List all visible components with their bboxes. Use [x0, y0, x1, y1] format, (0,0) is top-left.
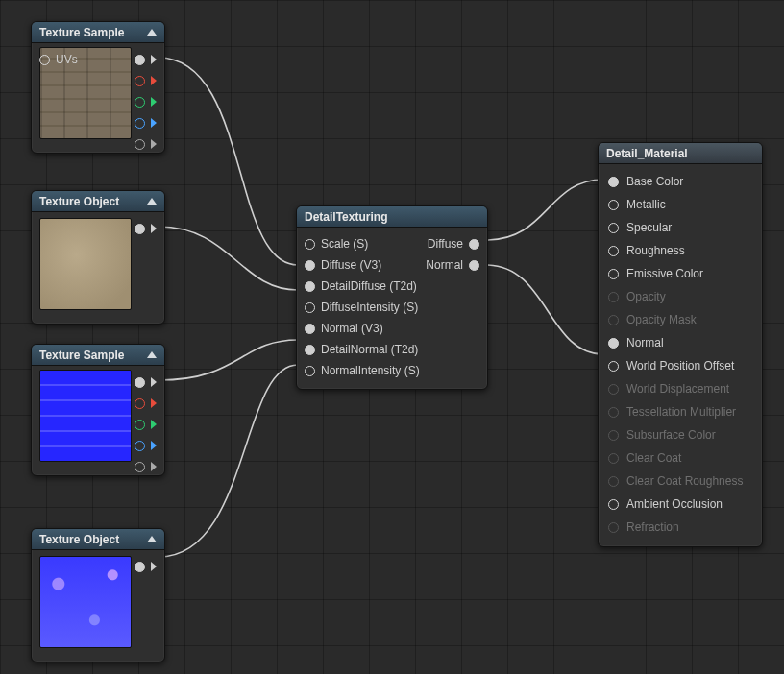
material-input-row: Ambient Occlusion — [599, 493, 762, 516]
pin-label: DetailDiffuse (T2d) — [321, 279, 417, 293]
output-pin-r[interactable] — [135, 398, 145, 409]
material-input-pin[interactable] — [608, 177, 619, 187]
output-pin-white[interactable] — [135, 377, 145, 388]
material-input-pin[interactable] — [608, 246, 619, 256]
material-pin-label: World Displacement — [626, 382, 729, 396]
pin-label: Normal (V3) — [321, 322, 383, 335]
arrow-icon — [151, 97, 157, 107]
output-pin-diffuse[interactable] — [469, 239, 479, 250]
collapse-icon[interactable] — [147, 198, 157, 205]
material-input-pin — [608, 453, 619, 464]
output-pin-normal[interactable] — [469, 260, 479, 271]
output-pin-white[interactable] — [135, 55, 145, 65]
input-pin[interactable] — [305, 324, 315, 334]
input-pin[interactable] — [305, 281, 315, 292]
material-pin-label: Base Color — [626, 175, 683, 188]
node-header[interactable]: Texture Sample — [32, 345, 164, 366]
material-input-pin — [608, 384, 619, 395]
collapse-icon[interactable] — [147, 351, 157, 358]
output-pin[interactable] — [135, 224, 145, 234]
material-pin-label: Clear Coat — [626, 451, 681, 465]
output-pin-a[interactable] — [135, 462, 145, 472]
input-pin[interactable] — [305, 260, 315, 271]
arrow-icon — [151, 118, 157, 128]
material-input-pin — [608, 430, 619, 441]
arrow-icon — [151, 420, 157, 429]
node-title: Detail_Material — [606, 147, 688, 160]
input-pin[interactable] — [305, 239, 315, 250]
pin-label: Scale (S) — [321, 237, 368, 251]
material-input-row: Clear Coat — [599, 446, 762, 469]
node-title: DetailTexturing — [305, 210, 387, 224]
node-header[interactable]: Texture Sample — [32, 22, 164, 43]
pin-label: DiffuseIntensity (S) — [321, 301, 418, 314]
material-input-pin[interactable] — [608, 338, 619, 349]
material-pin-label: Refraction — [626, 520, 679, 534]
material-input-row: World Displacement — [599, 377, 762, 400]
texture-preview-icon — [39, 218, 132, 310]
material-input-pin[interactable] — [608, 361, 619, 372]
output-pin-g[interactable] — [135, 420, 145, 430]
texture-preview-icon — [39, 370, 132, 462]
pin-label: UVs — [56, 53, 78, 66]
arrow-icon — [151, 76, 157, 85]
material-input-pin — [608, 292, 619, 302]
material-input-pin[interactable] — [608, 223, 619, 233]
material-input-pin — [608, 476, 619, 487]
node-header[interactable]: Texture Object — [32, 191, 164, 212]
arrow-icon — [151, 562, 157, 571]
output-pin-b[interactable] — [135, 118, 145, 129]
output-pin-r[interactable] — [135, 76, 145, 86]
material-pin-label: Metallic — [626, 198, 666, 211]
material-pin-label: Opacity Mask — [626, 313, 697, 326]
material-pin-label: Emissive Color — [626, 267, 703, 280]
material-input-row: Roughness — [599, 239, 762, 262]
material-input-row: Opacity Mask — [599, 308, 762, 331]
texture-preview-icon — [39, 556, 132, 648]
material-input-pin[interactable] — [608, 269, 619, 279]
arrow-icon — [151, 377, 157, 387]
input-pin[interactable] — [305, 302, 315, 313]
material-pin-label: Normal — [626, 336, 664, 349]
input-pin[interactable] — [305, 345, 315, 355]
pin-label: Diffuse (V3) — [321, 258, 381, 272]
node-texture-object-1[interactable]: Texture Object — [31, 190, 165, 325]
node-texture-object-2[interactable]: Texture Object — [31, 528, 165, 662]
input-pin-uvs[interactable] — [39, 55, 50, 65]
node-material-output[interactable]: Detail_Material Base ColorMetallicSpecul… — [598, 142, 763, 547]
collapse-icon[interactable] — [147, 29, 157, 36]
node-header[interactable]: Detail_Material — [599, 143, 762, 164]
pin-label: Normal — [426, 258, 463, 272]
output-pin-g[interactable] — [135, 97, 145, 108]
node-texture-sample-1[interactable]: Texture Sample UVs — [31, 21, 165, 154]
material-input-row: Specular — [599, 216, 762, 239]
node-texture-sample-2[interactable]: Texture Sample UVs — [31, 344, 165, 476]
node-title: Texture Sample — [39, 349, 124, 362]
material-input-pin — [608, 407, 619, 418]
node-title: Texture Sample — [39, 26, 124, 39]
node-title: Texture Object — [39, 533, 119, 546]
node-header[interactable]: Texture Object — [32, 529, 164, 550]
output-pin-a[interactable] — [135, 139, 145, 150]
arrow-icon — [151, 462, 157, 471]
material-pin-label: Clear Coat Roughness — [626, 474, 743, 488]
node-detail-texturing[interactable]: DetailTexturing Scale (S) Diffuse Diffus… — [296, 205, 488, 390]
output-pin[interactable] — [135, 562, 145, 572]
material-pin-label: Specular — [626, 221, 672, 234]
material-input-row: Refraction — [599, 516, 762, 539]
arrow-icon — [151, 441, 157, 450]
material-input-row: Metallic — [599, 193, 762, 216]
input-pin[interactable] — [305, 366, 315, 376]
material-input-pin[interactable] — [608, 200, 619, 210]
pin-label: NormalIntensity (S) — [321, 364, 420, 377]
material-input-row: Subsurface Color — [599, 423, 762, 446]
output-pin-b[interactable] — [135, 441, 145, 451]
arrow-icon — [151, 139, 157, 149]
arrow-icon — [151, 398, 157, 408]
node-title: Texture Object — [39, 195, 119, 208]
material-input-pin — [608, 315, 619, 325]
material-input-pin[interactable] — [608, 499, 619, 510]
material-pin-label: World Position Offset — [626, 359, 734, 373]
node-header[interactable]: DetailTexturing — [297, 206, 487, 228]
collapse-icon[interactable] — [147, 536, 157, 542]
